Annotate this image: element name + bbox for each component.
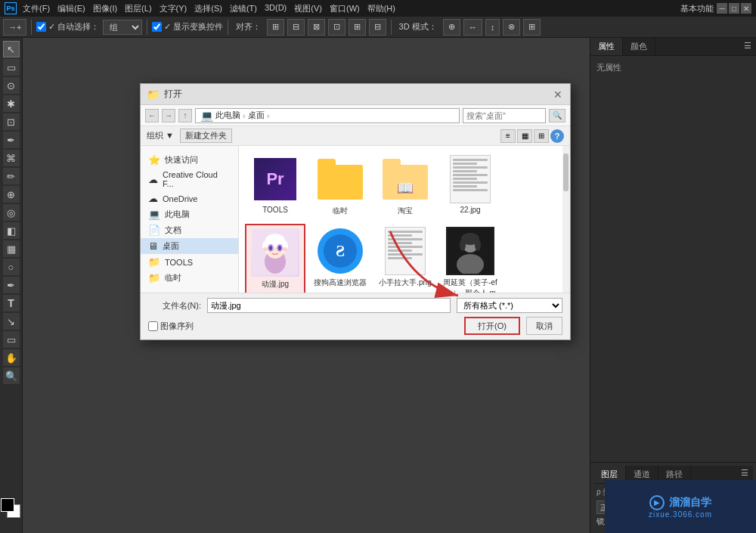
tab-properties[interactable]: 属性	[590, 38, 623, 55]
panel-menu-btn[interactable]: ☰	[739, 38, 756, 55]
scrollbar-thumb[interactable]	[563, 153, 569, 191]
sidebar-item-creative[interactable]: ☁ Creative Cloud F...	[141, 168, 238, 191]
menu-image[interactable]: 图像(I)	[93, 3, 117, 14]
align-center-btn[interactable]: ⊟	[287, 19, 305, 36]
align-left-btn[interactable]: ⊞	[267, 19, 284, 36]
xs4	[388, 242, 412, 244]
align-bottom-btn[interactable]: ⊟	[369, 19, 386, 36]
menu-text[interactable]: 文字(Y)	[160, 3, 187, 14]
align-top-btn[interactable]: ⊡	[328, 19, 345, 36]
eyedropper-tool[interactable]: ✒	[3, 132, 20, 148]
menu-bar[interactable]: 文件(F) 编辑(E) 图像(I) 图层(L) 文字(Y) 选择(S) 滤镜(T…	[23, 3, 395, 14]
menu-view[interactable]: 视图(V)	[294, 3, 322, 14]
minimize-button[interactable]: ─	[717, 3, 727, 14]
image-sequence-checkbox[interactable]	[148, 321, 158, 331]
align-middle-btn[interactable]: ⊞	[349, 19, 366, 36]
pc-icon: 💻	[200, 110, 213, 122]
sidebar-item-temp[interactable]: 📁 临时	[141, 270, 238, 286]
help-button[interactable]: ?	[550, 129, 564, 143]
history-tool[interactable]: ◎	[3, 204, 20, 221]
cancel-button[interactable]: 取消	[526, 317, 562, 335]
menu-help[interactable]: 帮助(H)	[367, 3, 395, 14]
file-item-linshi[interactable]: 临时	[310, 152, 370, 219]
clone-tool[interactable]: ⊕	[3, 186, 20, 203]
sidebar-item-tools[interactable]: 📁 TOOLS	[141, 254, 238, 270]
3d-btn-4[interactable]: ⊗	[503, 19, 520, 36]
file-item-22jpg[interactable]: 22.jpg	[440, 152, 500, 219]
menu-edit[interactable]: 编辑(E)	[57, 3, 85, 14]
filetype-select[interactable]: 所有格式 (*.*)	[457, 298, 562, 313]
open-button[interactable]: 打开(O)	[464, 317, 520, 335]
auto-select-checkbox[interactable]	[36, 22, 46, 32]
sidebar-item-quickaccess[interactable]: ⭐ 快速访问	[141, 152, 238, 168]
menu-window[interactable]: 窗口(W)	[330, 3, 360, 14]
sidebar-item-onedrive[interactable]: ☁ OneDrive	[141, 191, 238, 206]
shape-tool[interactable]: ▭	[3, 331, 20, 348]
file-item-taobao[interactable]: 📖 淘宝	[375, 152, 435, 219]
3d-btn-1[interactable]: ⊕	[443, 19, 460, 36]
3d-btn-2[interactable]: ↔	[463, 19, 482, 36]
file-thumb-tools: Pr	[251, 155, 299, 203]
eraser-tool[interactable]: ◧	[3, 222, 20, 239]
menu-3d[interactable]: 3D(D)	[265, 3, 287, 14]
menu-layer[interactable]: 图层(L)	[125, 3, 151, 14]
tab-color[interactable]: 颜色	[623, 38, 655, 55]
file-item-tools[interactable]: Pr TOOLS	[245, 152, 305, 219]
menu-filter[interactable]: 滤镜(T)	[230, 3, 257, 14]
lasso-tool[interactable]: ⊙	[3, 77, 20, 94]
zoom-tool[interactable]: 🔍	[3, 367, 20, 384]
open-dialog: 📁 打开 ✕ ← → ↑ 💻 此电脑 › 桌面 › 🔍	[140, 83, 571, 340]
file-item-xiaoshou[interactable]: 小手拉大手.png	[375, 224, 435, 293]
sogou-icon: S	[318, 228, 363, 274]
dialog-close-button[interactable]: ✕	[552, 88, 564, 101]
menu-select[interactable]: 选择(S)	[194, 3, 222, 14]
3d-btn-3[interactable]: ↕	[485, 19, 500, 36]
brush-tool[interactable]: ✏	[3, 168, 20, 184]
xiaoshou-preview	[385, 227, 426, 275]
search-input[interactable]	[463, 108, 546, 123]
path-select-tool[interactable]: ↘	[3, 313, 20, 330]
address-path[interactable]: 💻 此电脑 › 桌面 ›	[195, 108, 460, 123]
view-list-btn[interactable]: ≡	[500, 129, 516, 143]
file-item-anime[interactable]: 动漫.jpg	[245, 224, 305, 293]
search-button[interactable]: 🔍	[549, 109, 565, 122]
color-swatches[interactable]	[1, 498, 22, 524]
image-sequence-label[interactable]: 图像序列	[148, 321, 194, 332]
heal-tool[interactable]: ⌘	[3, 150, 20, 166]
new-folder-button[interactable]: 新建文件夹	[180, 129, 232, 143]
view-grid-btn[interactable]: ▦	[517, 129, 532, 143]
hand-tool[interactable]: ✋	[3, 349, 20, 366]
file-item-sogou[interactable]: S 搜狗高速浏览器	[310, 224, 370, 293]
file-item-portrait[interactable]: 周延英（英子-effie）- 那个人.mp3	[440, 224, 500, 293]
back-button[interactable]: ←	[145, 109, 159, 122]
dodge-tool[interactable]: ○	[3, 259, 20, 275]
move-tool-btn[interactable]: →+	[3, 19, 26, 36]
foreground-color-swatch[interactable]	[1, 498, 14, 512]
organize-button[interactable]: 组织 ▼	[147, 130, 174, 141]
align-right-btn[interactable]: ⊠	[308, 19, 325, 36]
crop-tool[interactable]: ⊡	[3, 113, 20, 130]
pen-tool[interactable]: ✒	[3, 277, 20, 293]
3d-btn-5[interactable]: ⊞	[523, 19, 541, 36]
scrollbar-track[interactable]	[562, 146, 570, 293]
filename-input[interactable]	[207, 298, 451, 313]
svg-point-10	[263, 247, 268, 252]
gradient-tool[interactable]: ▦	[3, 240, 20, 257]
window-controls[interactable]: ─ □ ✕	[717, 3, 751, 14]
close-button[interactable]: ✕	[741, 3, 751, 14]
show-transform-checkbox[interactable]	[152, 22, 162, 32]
magic-wand-tool[interactable]: ✱	[3, 95, 20, 112]
menu-file[interactable]: 文件(F)	[23, 3, 50, 14]
select-tool[interactable]: ▭	[3, 59, 20, 76]
sidebar-item-desktop[interactable]: 🖥 桌面	[141, 238, 238, 254]
auto-select-type[interactable]: 组 图层	[103, 20, 142, 35]
view-large-btn[interactable]: ⊞	[534, 129, 549, 143]
maximize-button[interactable]: □	[729, 3, 739, 14]
sidebar-item-documents[interactable]: 📄 文档	[141, 222, 238, 238]
text-tool[interactable]: T	[3, 295, 20, 311]
forward-button[interactable]: →	[162, 109, 175, 122]
file-thumb-22jpg	[446, 155, 494, 203]
up-button[interactable]: ↑	[178, 109, 192, 122]
move-tool[interactable]: ↖	[3, 41, 20, 57]
sidebar-item-thispc[interactable]: 💻 此电脑	[141, 206, 238, 222]
